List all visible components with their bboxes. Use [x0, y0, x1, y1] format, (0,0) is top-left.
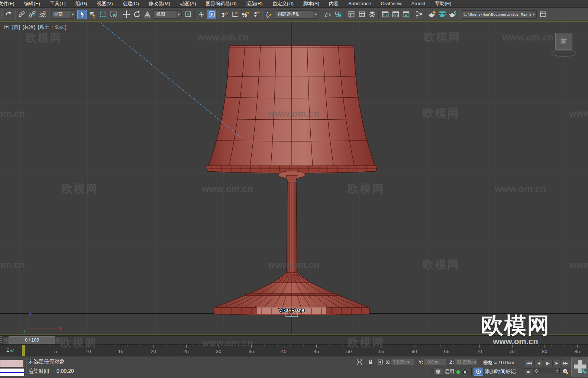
absolute-offset-mode-toggle[interactable] [376, 358, 384, 366]
menu-自定义u[interactable]: 自定义(U) [268, 0, 298, 7]
menu-修改器m[interactable]: 修改器(M) [144, 0, 175, 7]
frame-tick [388, 345, 388, 346]
menu-渲染r[interactable]: 渲染(R) [242, 0, 268, 7]
rectangular-selection-region-button[interactable] [98, 10, 108, 19]
render-production-button[interactable] [448, 10, 458, 19]
redo-button[interactable] [4, 10, 13, 19]
viewport-menu-shading[interactable]: [粘土 + 边面] [38, 24, 67, 30]
viewport-menu-style[interactable]: [标准] [23, 24, 35, 30]
align-button[interactable] [333, 10, 343, 19]
use-pivot-point-center-button[interactable] [183, 10, 193, 19]
viewcube-front-face[interactable]: 前 [555, 33, 572, 50]
add-time-tag-cube-button[interactable] [474, 368, 483, 376]
isolate-selection-toggle[interactable] [355, 358, 364, 366]
rendered-frame-window-button[interactable] [437, 10, 447, 19]
spinner-snap-toggle[interactable] [251, 10, 261, 19]
menu-工具t[interactable]: 工具(T) [45, 0, 71, 7]
menu-civil view[interactable]: Civil View [376, 0, 407, 7]
create-key-button[interactable] [571, 357, 588, 377]
time-configuration-button[interactable] [561, 368, 569, 375]
selection-filter-dropdown[interactable]: 全部▼ [51, 10, 76, 19]
frame-tick [297, 345, 297, 346]
curve-editor-button[interactable] [380, 10, 390, 19]
chevron-down-icon: ▼ [313, 11, 319, 18]
frame-tick [401, 345, 401, 346]
schematic-view-button[interactable] [414, 10, 424, 19]
frame-field-spinner[interactable]: ▲▼ [555, 368, 559, 374]
maxscript-macro-recorder-field[interactable] [0, 360, 23, 367]
next-frame-button[interactable]: |▶ [552, 359, 561, 367]
coord-x-field[interactable]: 7.889cm [391, 359, 414, 365]
project-folder-field[interactable]: C:\Users\Han\Documents\3ds Max 2022▼ [462, 10, 537, 19]
current-frame-marker[interactable] [22, 345, 25, 356]
time-slider-next-button[interactable]: › [55, 336, 61, 344]
previous-frame-button[interactable]: ◀| [534, 359, 543, 367]
main-toolbar: 全部▼视图▼3%{创建选择集▼C:\Users\Han\Documents\3d… [0, 8, 588, 20]
keyboard-shortcut-override-toggle[interactable] [207, 10, 216, 19]
menu-arnold[interactable]: Arnold [407, 0, 430, 7]
reference-coordinate-dropdown[interactable]: 视图▼ [154, 10, 182, 19]
maxscript-mini-listener-field[interactable] [0, 368, 24, 376]
add-time-tag-label[interactable]: 添加时间标记 [485, 368, 516, 375]
menu-视图v[interactable]: 视图(V) [92, 0, 117, 7]
select-and-link-button[interactable] [17, 10, 26, 19]
time-slider-prev-button[interactable]: ‹ [3, 336, 9, 344]
frame-label: 20 [151, 349, 156, 354]
time-tag-shield-button[interactable] [433, 368, 443, 376]
frame-tick [36, 345, 36, 346]
viewcube-ring[interactable] [551, 50, 576, 57]
frame-label: 75 [509, 349, 514, 354]
viewcube[interactable]: 前 [551, 32, 576, 58]
menu-文件f[interactable]: 文件(F) [0, 0, 19, 7]
viewport[interactable]: [+] [前] [标准] [粘土 + 边面] 前 [0, 22, 588, 334]
material-editor-button[interactable] [401, 10, 411, 19]
mirror-button[interactable] [323, 10, 333, 19]
named-selection-sets-dropdown[interactable]: 创建选择集▼ [275, 10, 319, 19]
asset-tracking-button[interactable] [538, 10, 548, 19]
viewport-menu-general[interactable]: [+] [4, 24, 10, 30]
select-by-name-button[interactable] [88, 10, 97, 19]
go-to-end-button[interactable]: ▶▶| [561, 359, 570, 367]
menu-编辑e[interactable]: 编辑(E) [19, 0, 45, 7]
unlink-selection-button[interactable] [27, 10, 37, 19]
angle-snap-toggle[interactable] [230, 10, 240, 19]
open-mini-curve-editor-button[interactable] [4, 346, 16, 355]
viewport-menu-pov[interactable]: [前] [12, 24, 20, 30]
play-button[interactable]: ▶ [543, 359, 552, 367]
toolbar-separator [119, 10, 121, 19]
select-and-manipulate-button[interactable] [196, 10, 206, 19]
toggle-ribbon-button[interactable] [367, 10, 377, 19]
menu-脚本s[interactable]: 脚本(S) [298, 0, 324, 7]
frame-tick [95, 345, 95, 346]
key-mode-toggle[interactable]: ◀▶ [524, 368, 532, 375]
render-setup-button[interactable] [427, 10, 437, 19]
window-crossing-toggle[interactable] [109, 10, 118, 19]
select-and-rotate-button[interactable] [132, 10, 142, 19]
menu-图形编辑器d[interactable]: 图形编辑器(D) [201, 0, 242, 7]
track-bar[interactable]: 0510152025303540455055606570758085 [0, 344, 588, 357]
snaps-toggle-3d-button[interactable]: 3 [220, 10, 229, 19]
menu-substance[interactable]: Substance [343, 0, 376, 7]
percent-snap-toggle[interactable]: % [240, 10, 250, 19]
toggle-scene-explorer-button[interactable] [346, 10, 356, 19]
menu-创建c[interactable]: 创建(C) [118, 0, 144, 7]
select-object-button[interactable] [77, 10, 87, 19]
select-and-scale-button[interactable] [142, 10, 152, 19]
coord-y-field[interactable]: -0.0cm [424, 359, 446, 365]
select-and-move-button[interactable] [122, 10, 131, 19]
menu-组g[interactable]: 组(G) [71, 0, 92, 7]
bind-to-space-warp-button[interactable] [38, 10, 47, 19]
dope-sheet-button[interactable] [391, 10, 400, 19]
frame-tick [342, 345, 343, 346]
time-slider-handle[interactable]: 0 / 100 [9, 336, 55, 344]
go-to-start-button[interactable]: |◀◀ [524, 359, 533, 367]
zero-badge[interactable]: 0 [462, 369, 468, 375]
edit-named-selection-sets-button[interactable]: { [264, 10, 274, 19]
frame-tick [258, 345, 258, 346]
toggle-layer-explorer-button[interactable] [357, 10, 366, 19]
selection-lock-toggle[interactable] [366, 358, 375, 366]
menu-动画a[interactable]: 动画(A) [175, 0, 201, 7]
coord-z-field[interactable]: 31.236cm [454, 359, 477, 365]
menu-内容[interactable]: 内容 [324, 0, 343, 7]
menu-帮助h[interactable]: 帮助(H) [430, 0, 456, 7]
